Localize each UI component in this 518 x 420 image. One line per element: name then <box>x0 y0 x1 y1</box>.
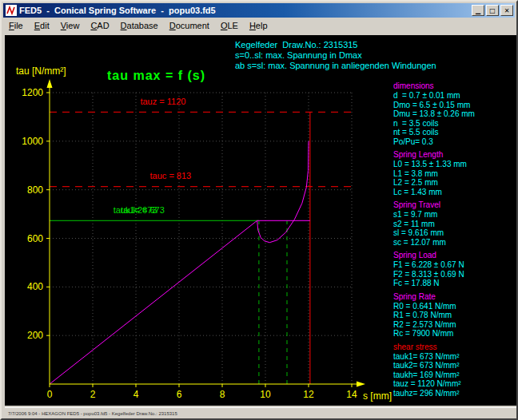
panel-value-line: F1 = 6.228 ± 0.67 N <box>393 260 515 270</box>
x-axis-label: s [mm] <box>363 390 392 402</box>
panel-value-line: Dmo = 6.5 ± 0.15 mm <box>393 101 515 110</box>
panel-section-title: Spring Rate <box>393 292 515 302</box>
status-text: 7/7/2006 9:04 - HEXAGON FED5 - popu03.fd… <box>8 411 177 416</box>
panel-value-line: s2 = 11 mm <box>393 220 515 229</box>
panel-value-line: R1 = 0.78 N/mm <box>393 311 515 320</box>
panel-section-dimensions: dimensionsd = 0.7 ± 0.01 mmDmo = 6.5 ± 0… <box>393 81 515 146</box>
chart-title: tau max = f (s) <box>107 69 205 83</box>
line-label-0: tauz = 1120 <box>140 97 185 106</box>
panel-value-line: Dmu = 13.8 ± 0.26 mm <box>393 109 515 119</box>
chart-area: 0246810121420040060080010001200s [mm]tau… <box>5 35 516 406</box>
series-tau-linear <box>50 220 257 384</box>
chart-annotation-line-1: Kegelfeder Draw.No.: 2315315 <box>235 40 436 50</box>
app-icon <box>6 5 17 16</box>
x-tick-label-8: 8 <box>220 389 225 400</box>
panel-value-line: L2 = 2.5 mm <box>393 178 515 188</box>
menu-item-view[interactable]: View <box>55 19 86 32</box>
x-tick-label-4: 4 <box>133 389 139 400</box>
menu-item-database[interactable]: Database <box>115 19 164 32</box>
panel-value-line: s1 = 9.7 mm <box>393 210 515 220</box>
window-controls: ▁ □ ✕ <box>472 5 513 16</box>
panel-section-spring-travel: Spring Travels1 = 9.7 mms2 = 11 mmsl = 9… <box>393 200 515 247</box>
menu-item-ole[interactable]: OLE <box>215 19 244 32</box>
panel-section-title: Spring Travel <box>393 200 515 210</box>
panel-value-line: d = 0.7 ± 0.01 mm <box>393 91 515 101</box>
y-axis-arrow <box>47 79 53 88</box>
panel-value-line: taukh= 169 N/mm² <box>393 370 515 380</box>
minimize-icon: ▁ <box>476 7 480 14</box>
panel-value-line: Lc = 1.43 mm <box>393 188 515 197</box>
title-bar[interactable]: FED5 - Conical Spring Software - popu03.… <box>3 3 515 18</box>
chart-annotation-line-2: s=0..sl: max. Spannung in Dmax <box>235 50 436 61</box>
line-label-1: tauc = 813 <box>150 171 192 180</box>
panel-section-title: dimensions <box>393 81 515 91</box>
panel-value-line: tauk2= 673 N/mm² <box>393 361 515 370</box>
panel-value-line: R2 = 2.573 N/mm <box>393 320 515 330</box>
x-tick-label-12: 12 <box>303 389 314 400</box>
y-tick-label-200: 200 <box>27 330 43 341</box>
panel-section-title: Spring Load <box>393 251 515 260</box>
maximize-button[interactable]: □ <box>486 5 499 16</box>
y-tick-label-600: 600 <box>27 233 43 244</box>
panel-value-line: n = 3.5 coils <box>393 119 515 129</box>
panel-value-line: Po/Pu= 0.3 <box>393 137 515 147</box>
panel-value-line: L1 = 3.8 mm <box>393 169 515 179</box>
menu-bar: FileEditViewCADDatabaseDocumentOLEHelp <box>3 18 515 33</box>
panel-section-spring-length: Spring LengthL0 = 13.5 ± 1.33 mmL1 = 3.8… <box>393 150 515 196</box>
y-tick-label-400: 400 <box>27 281 43 292</box>
panel-value-line: tauhz= 296 N/mm² <box>393 389 515 398</box>
panel-value-line: R0 = 0.641 N/mm <box>393 302 515 311</box>
panel-value-line: Rc = 7900 N/mm <box>393 329 515 339</box>
app-window: FED5 - Conical Spring Software - popu03.… <box>0 0 518 420</box>
panel-section-title: Spring Length <box>393 150 515 160</box>
maximize-icon: □ <box>489 7 496 14</box>
x-tick-label-6: 6 <box>177 389 182 400</box>
y-tick-label-1000: 1000 <box>22 136 43 147</box>
panel-section-spring-rate: Spring RateR0 = 0.641 N/mmR1 = 0.78 N/mm… <box>393 292 515 339</box>
menu-item-help[interactable]: Help <box>244 19 273 32</box>
menu-item-cad[interactable]: CAD <box>85 19 114 32</box>
x-axis-arrow <box>357 382 365 387</box>
panel-value-line: L0 = 13.5 ± 1.33 mm <box>393 160 515 169</box>
window-title: FED5 - Conical Spring Software - popu03.… <box>19 6 472 15</box>
line-label-3: tauk2= 673 <box>121 205 165 215</box>
chart-annotation: Kegelfeder Draw.No.: 2315315s=0..sl: max… <box>235 40 436 71</box>
panel-value-line: F2 = 8.313 ± 0.69 N <box>393 270 515 279</box>
panel-section-shear-stress: shear stresstauk1= 673 N/mm²tauk2= 673 N… <box>393 343 515 398</box>
menu-item-file[interactable]: File <box>3 19 29 32</box>
panel-value-line: sc = 12.07 mm <box>393 238 515 248</box>
y-tick-label-800: 800 <box>27 184 43 196</box>
chart-annotation-line-3: ab s=sl: max. Spannung in anliegenden Wi… <box>235 61 436 71</box>
panel-section-title: shear stress <box>393 343 515 352</box>
menu-item-edit[interactable]: Edit <box>29 19 55 32</box>
panel-value-line: nt = 5.5 coils <box>393 128 515 137</box>
panel-section-spring-load: Spring LoadF1 = 6.228 ± 0.67 NF2 = 8.313… <box>393 251 515 288</box>
y-axis-title: tau [N/mm²] <box>16 65 66 77</box>
x-tick-label-2: 2 <box>90 389 96 400</box>
close-button[interactable]: ✕ <box>500 5 513 16</box>
x-tick-label-0: 0 <box>47 389 53 400</box>
panel-value-line: tauz = 1120 N/mm² <box>393 379 515 389</box>
x-tick-label-14: 14 <box>346 389 357 400</box>
panel-value-line: Fc = 17.88 N <box>393 279 515 288</box>
y-tick-label-1200: 1200 <box>22 87 43 98</box>
panel-value-line: sl = 9.616 mm <box>393 228 515 238</box>
minimize-button[interactable]: ▁ <box>472 5 484 16</box>
panel-value-line: tauk1= 673 N/mm² <box>393 352 515 362</box>
x-tick-label-10: 10 <box>260 389 271 400</box>
series-tau-progressive <box>257 141 309 243</box>
menu-item-document[interactable]: Document <box>164 19 215 32</box>
status-bar: 7/7/2006 9:04 - HEXAGON FED5 - popu03.fd… <box>5 407 516 418</box>
close-icon: ✕ <box>504 7 510 14</box>
results-panel: dimensionsd = 0.7 ± 0.01 mmDmo = 6.5 ± 0… <box>393 81 515 402</box>
